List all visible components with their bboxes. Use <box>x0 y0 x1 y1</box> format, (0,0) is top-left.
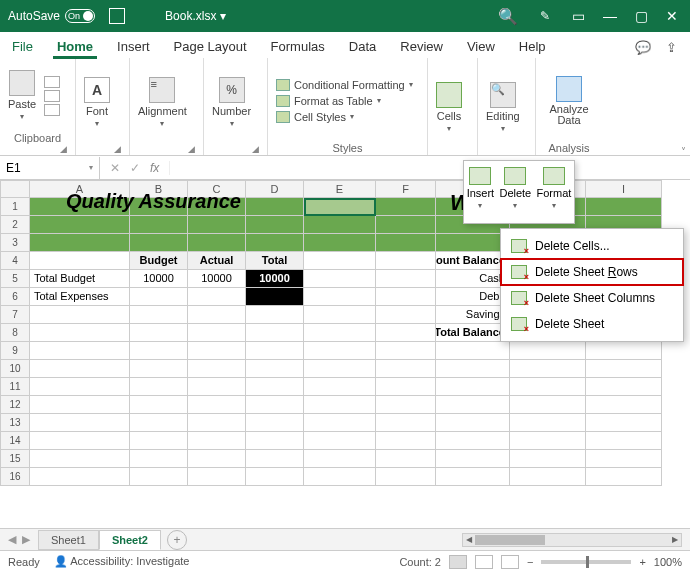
row-header[interactable]: 1 <box>0 198 30 216</box>
tab-home[interactable]: Home <box>45 35 105 58</box>
zoom-slider[interactable] <box>541 560 631 564</box>
group-analysis-label: Analysis <box>542 140 596 154</box>
tab-pagelayout[interactable]: Page Layout <box>162 35 259 58</box>
zoom-in-button[interactable]: + <box>639 556 645 568</box>
page-break-view-button[interactable] <box>501 555 519 569</box>
zoom-level[interactable]: 100% <box>654 556 682 568</box>
normal-view-button[interactable] <box>449 555 467 569</box>
menu-delete-cells[interactable]: Delete Cells... <box>501 233 683 259</box>
row-header[interactable]: 3 <box>0 234 30 252</box>
conditional-formatting-button[interactable]: Conditional Formatting▾ <box>274 78 415 92</box>
format-cells-button[interactable]: Format▾ <box>535 165 574 219</box>
col-header[interactable]: D <box>246 180 304 198</box>
col-header[interactable]: E <box>304 180 376 198</box>
chevron-down-icon: ▾ <box>20 112 24 121</box>
tab-help[interactable]: Help <box>507 35 558 58</box>
sheet-tab-sheet1[interactable]: Sheet1 <box>38 530 99 550</box>
share-icon[interactable]: ⇪ <box>660 36 682 58</box>
scroll-thumb[interactable] <box>475 535 545 545</box>
delete-sheet-icon <box>511 317 527 331</box>
clipboard-launcher[interactable]: ◢ <box>6 144 69 154</box>
search-icon[interactable]: 🔍 <box>486 7 530 26</box>
add-sheet-button[interactable]: + <box>167 530 187 550</box>
window-controls: ▭ — ▢ ✕ <box>560 8 690 24</box>
paste-button[interactable]: Paste ▾ <box>6 68 38 123</box>
active-cell[interactable] <box>304 198 376 216</box>
sheet-tab-sheet2[interactable]: Sheet2 <box>99 530 161 550</box>
collapse-ribbon-icon[interactable]: ˅ <box>681 146 686 157</box>
cellstyles-icon <box>276 111 290 123</box>
col-header[interactable]: I <box>586 180 662 198</box>
pen-icon[interactable]: ✎ <box>530 9 560 23</box>
accessibility-status[interactable]: 👤 Accessibility: Investigate <box>54 555 190 568</box>
table-icon <box>276 95 290 107</box>
maximize-icon[interactable]: ▢ <box>635 8 648 24</box>
enter-formula-icon[interactable]: ✓ <box>130 161 140 175</box>
fx-icon[interactable]: fx <box>150 161 159 175</box>
row-header[interactable]: 5 <box>0 270 30 288</box>
scroll-left-icon[interactable]: ◀ <box>463 534 475 546</box>
cut-icon[interactable] <box>44 76 60 88</box>
editing-button[interactable]: 🔍Editing▾ <box>484 80 522 135</box>
chevron-down-icon[interactable]: ▾ <box>89 163 93 172</box>
copy-icon[interactable] <box>44 90 60 102</box>
name-box[interactable]: E1▾ <box>0 157 100 179</box>
title-bar: AutoSave On Book.xlsx ▾ 🔍 ✎ ▭ — ▢ ✕ <box>0 0 690 32</box>
filename[interactable]: Book.xlsx ▾ <box>125 9 486 23</box>
prev-sheet-icon[interactable]: ◀ <box>8 533 16 546</box>
insert-cells-button[interactable]: Insert▾ <box>465 165 497 219</box>
tab-view[interactable]: View <box>455 35 507 58</box>
font-launcher[interactable]: ◢ <box>82 144 123 154</box>
alignment-launcher[interactable]: ◢ <box>136 144 197 154</box>
group-styles-label: Styles <box>274 140 421 154</box>
tab-review[interactable]: Review <box>388 35 455 58</box>
cond-format-icon <box>276 79 290 91</box>
minimize-icon[interactable]: — <box>603 8 617 24</box>
page-layout-view-button[interactable] <box>475 555 493 569</box>
menu-delete-sheet-columns[interactable]: Delete Sheet Columns <box>501 285 683 311</box>
row-header[interactable]: 7 <box>0 306 30 324</box>
status-count: Count: 2 <box>399 556 441 568</box>
cell-styles-button[interactable]: Cell Styles▾ <box>274 110 415 124</box>
ribbon-display-icon[interactable]: ▭ <box>572 8 585 24</box>
number-button[interactable]: %Number▾ <box>210 75 253 130</box>
comments-icon[interactable]: 💬 <box>632 36 654 58</box>
select-all[interactable] <box>0 180 30 198</box>
menu-delete-sheet[interactable]: Delete Sheet <box>501 311 683 337</box>
alignment-button[interactable]: ≡Alignment▾ <box>136 75 189 130</box>
cancel-formula-icon[interactable]: ✕ <box>110 161 120 175</box>
editing-icon: 🔍 <box>490 82 516 108</box>
tab-data[interactable]: Data <box>337 35 388 58</box>
menu-delete-sheet-rows[interactable]: Delete Sheet Rows <box>501 259 683 285</box>
ribbon: Paste ▾ Clipboard ◢ AFont▾ ◢ ≡Alignment▾… <box>0 58 690 156</box>
cells-dropdown-panel: Insert▾ Delete▾ Format▾ <box>463 160 575 224</box>
row-header[interactable]: 8 <box>0 324 30 342</box>
analyze-data-button[interactable]: Analyze Data <box>542 74 596 128</box>
autosave-toggle[interactable]: AutoSave On <box>0 9 103 23</box>
scroll-right-icon[interactable]: ▶ <box>669 534 681 546</box>
zoom-out-button[interactable]: − <box>527 556 533 568</box>
next-sheet-icon[interactable]: ▶ <box>22 533 30 546</box>
delete-cells-button[interactable]: Delete▾ <box>497 165 533 219</box>
number-launcher[interactable]: ◢ <box>210 144 261 154</box>
format-as-table-button[interactable]: Format as Table▾ <box>274 94 415 108</box>
formula-bar: E1▾ ✕✓fx <box>0 156 690 180</box>
number-icon: % <box>219 77 245 103</box>
cells-button[interactable]: Cells▾ <box>434 80 464 135</box>
save-icon[interactable] <box>109 8 125 24</box>
row-header[interactable]: 2 <box>0 216 30 234</box>
horizontal-scrollbar[interactable]: ◀▶ <box>462 533 682 547</box>
row-header[interactable]: 4 <box>0 252 30 270</box>
format-painter-icon[interactable] <box>44 104 60 116</box>
tab-file[interactable]: File <box>0 35 45 58</box>
status-bar: Ready 👤 Accessibility: Investigate Count… <box>0 550 690 572</box>
delete-cols-icon <box>511 291 527 305</box>
col-header[interactable]: F <box>376 180 436 198</box>
close-icon[interactable]: ✕ <box>666 8 678 24</box>
tab-formulas[interactable]: Formulas <box>259 35 337 58</box>
font-icon: A <box>84 77 110 103</box>
font-button[interactable]: AFont▾ <box>82 75 112 130</box>
row-header[interactable]: 6 <box>0 288 30 306</box>
toggle-icon[interactable]: On <box>65 9 95 23</box>
tab-insert[interactable]: Insert <box>105 35 162 58</box>
